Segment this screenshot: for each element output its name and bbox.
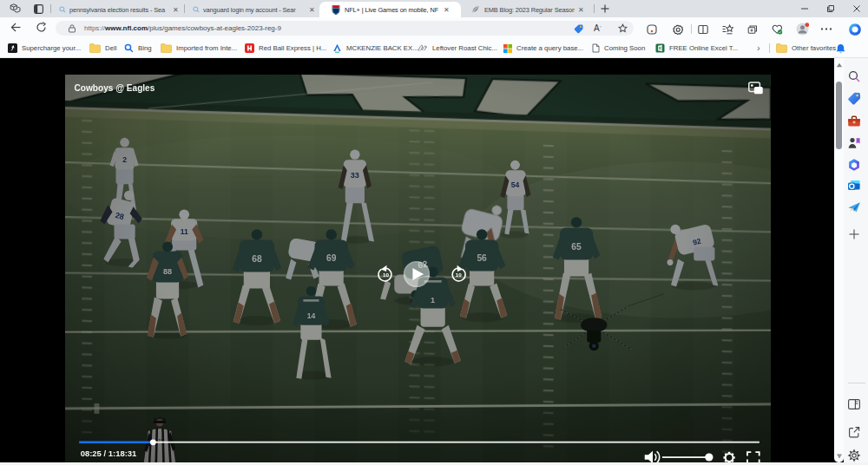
- svg-text:08:25 / 1:18:31: 08:25 / 1:18:31: [81, 449, 137, 458]
- svg-text:10: 10: [456, 272, 462, 278]
- svg-text:10: 10: [383, 272, 389, 278]
- svg-text:Cowboys @ Eagles: Cowboys @ Eagles: [75, 83, 155, 93]
